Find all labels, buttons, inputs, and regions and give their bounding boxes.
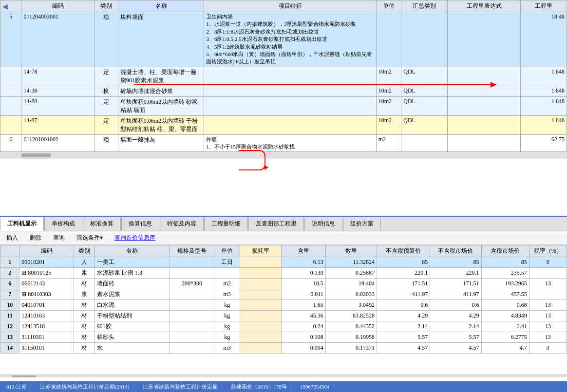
cell-name: 砖墙内墙抹混合砂浆 bbox=[118, 86, 204, 96]
bottom-scrollbar-thumb[interactable] bbox=[12, 375, 36, 378]
cell-feature bbox=[204, 115, 376, 134]
table-row[interactable]: 1004010701材白水泥kg1.653.04920.60.60.6813 bbox=[0, 300, 567, 311]
tab-tezhengJiNeirong[interactable]: 特征及内容 bbox=[160, 217, 204, 231]
col-header-summary: 汇总类别 bbox=[401, 0, 448, 12]
bottom-table-cell: 12410163 bbox=[19, 311, 74, 321]
table-row[interactable]: 6 011201001002 项 墙面一般抹灰 外墙 1、不小于15厚聚合物水泥… bbox=[0, 134, 567, 151]
bottom-table-cell: 0.02033 bbox=[325, 289, 377, 300]
col-header-qty: 工程里 bbox=[520, 0, 567, 12]
cell-summary: QDL bbox=[401, 96, 448, 115]
bottom-table-cell: kg bbox=[214, 332, 240, 343]
status-item-4: 苏建函价〔2019〕178号 bbox=[227, 383, 292, 391]
tab-shuomingxinxi[interactable]: 说明信息 bbox=[304, 217, 342, 231]
bottom-table-cell: 2.14 bbox=[430, 321, 481, 332]
table-row[interactable]: 1112410163材干粉型粘结剂kg45.3683.825284.294.29… bbox=[0, 311, 567, 321]
tab-gongchenglimingxi[interactable]: 工程量明细 bbox=[204, 217, 248, 231]
bottom-table-cell bbox=[170, 268, 214, 279]
bottom-table-cell: 220.1 bbox=[430, 268, 481, 279]
bottom-table-cell: 171.51 bbox=[377, 279, 430, 289]
bottom-table-cell bbox=[529, 268, 567, 279]
tab-gongliaojiDisplay[interactable]: 工料机显示 bbox=[0, 217, 44, 231]
cell-qty: 18.48 bbox=[520, 12, 567, 67]
bottom-table-cell: 0.094 bbox=[281, 343, 325, 354]
table-row[interactable]: 7⊞ 80110303浆素水泥浆m30.0110.02033411.97411.… bbox=[0, 289, 567, 300]
tab-danjiaeGoucheng[interactable]: 单价构成 bbox=[44, 217, 82, 231]
bottom-scrollbar[interactable] bbox=[0, 374, 567, 377]
query-db-link[interactable]: 查询造价信息库 bbox=[114, 234, 155, 242]
cell-seq bbox=[0, 67, 21, 86]
table-row[interactable]: 14-78 定 混凝土墙、柱、梁面每增一遍 刷901胶素水泥浆 10m2 QDL… bbox=[0, 67, 567, 86]
bottom-table-cell: 235.57 bbox=[481, 268, 529, 279]
tab-fuchatuXing[interactable]: 反查图形工程里 bbox=[248, 217, 304, 231]
bottom-table-cell: 7 bbox=[0, 289, 19, 300]
table-header-row: 编码 类别 名称 项目特征 单位 汇总类别 工程里表达式 工程里 bbox=[0, 0, 567, 12]
table-row[interactable]: 2⊞ 80010125浆水泥砂浆 比例 1:30.1390.25687220.1… bbox=[0, 268, 567, 279]
bottom-table-cell: 901胶 bbox=[94, 321, 170, 332]
bottom-table-cell: 0.24 bbox=[281, 321, 325, 332]
bottom-table-cell: ⊞ 80110303 bbox=[19, 289, 74, 300]
bottom-table-cell: 31150101 bbox=[19, 343, 74, 354]
cell-qty: 1.848 bbox=[520, 86, 567, 96]
filter-button[interactable]: 筛选条件▾ bbox=[73, 233, 107, 243]
insert-button[interactable]: 插入 bbox=[2, 233, 22, 243]
table-row[interactable]: 606612143材墙面砖200*300m210.519.404171.5117… bbox=[0, 279, 567, 289]
table-row[interactable]: 14-80 定 单块面积0.06m2以内墙砖 砂浆粘贴 墙面 10m2 QDL … bbox=[0, 96, 567, 115]
bottom-table-cell: 12 bbox=[0, 321, 19, 332]
bottom-table-cell: 白水泥 bbox=[94, 300, 170, 311]
cell-expr bbox=[448, 96, 520, 115]
cell-summary: QDL bbox=[401, 86, 448, 96]
table-row[interactable]: 100010201人一类工工日6.1311.328248585850 bbox=[0, 257, 567, 268]
bottom-table-cell: 45.36 bbox=[281, 311, 325, 321]
query-button[interactable]: 查询 bbox=[49, 233, 69, 243]
bottom-table-cell: 4.29 bbox=[430, 311, 481, 321]
top-scrollbar[interactable] bbox=[0, 152, 567, 159]
bottom-table-cell: 水泥砂浆 比例 1:3 bbox=[94, 268, 170, 279]
tab-zujiafangan[interactable]: 组价方案 bbox=[343, 217, 381, 231]
bottom-table-cell: 0.6 bbox=[430, 300, 481, 311]
red-arrow-annotation-1 bbox=[134, 84, 496, 85]
bottom-table: 编码 类别 名称 规格及型号 单位 损耗率 含里 数里 不含税预算价 不含税市场… bbox=[0, 245, 567, 354]
bottom-table-cell: 13 bbox=[529, 321, 567, 332]
cell-unit bbox=[376, 12, 401, 67]
table-row[interactable]: 5 011204003001 项 块料墙面 卫生间内墙 1、水泥浆一道（内掺建筑… bbox=[0, 12, 567, 67]
bottom-table-cell: 3 bbox=[529, 343, 567, 354]
bottom-table-cell: 0.17371 bbox=[325, 343, 377, 354]
table-row[interactable]: 14-87 定 单块面积0.06m2以内墙砖 干粉型粘结剂粘贴 柱、梁、零星面 … bbox=[0, 115, 567, 134]
bottom-table-cell bbox=[170, 321, 214, 332]
bottom-table-cell: 材 bbox=[74, 311, 94, 321]
delete-button[interactable]: 删除 bbox=[26, 233, 45, 243]
col-unit-h: 单位 bbox=[214, 245, 240, 257]
bottom-table-cell: 棉纱头 bbox=[94, 332, 170, 343]
bottom-table-cell bbox=[170, 300, 214, 311]
table-row[interactable]: 1331110301材棉纱头kg0.1080.199585.575.576.27… bbox=[0, 332, 567, 343]
bottom-table-cell: 6.2775 bbox=[481, 332, 529, 343]
cell-feature: 外墙 1、不小于15厚聚合物水泥防水砂浆找 bbox=[204, 134, 376, 151]
cell-seq: 5 bbox=[0, 12, 21, 67]
scrollbar-thumb[interactable] bbox=[21, 153, 51, 157]
bottom-table-cell: 0.44352 bbox=[325, 321, 377, 332]
col-header-name: 名称 bbox=[118, 0, 204, 12]
cell-code: 14-80 bbox=[21, 96, 94, 115]
back-button[interactable]: ◀ bbox=[2, 2, 8, 11]
col-不含税预算价-h: 不含税预算价 bbox=[377, 245, 430, 257]
col-税率-h: 税率（%） bbox=[529, 245, 567, 257]
cell-expr bbox=[448, 115, 520, 134]
table-row[interactable]: 14-38 换 砖墙内墙抹混合砂浆 10m2 QDL 1.848 bbox=[0, 86, 567, 96]
cell-expr bbox=[448, 67, 520, 86]
tab-suansuanxinxi[interactable]: 换算信息 bbox=[121, 217, 159, 231]
bottom-table-cell: 13 bbox=[529, 311, 567, 321]
tab-biaozhunsuansuan[interactable]: 标准换算 bbox=[83, 217, 121, 231]
status-item-3: 江苏省建筑与装饰工程计价定额 bbox=[139, 383, 222, 391]
cell-summary bbox=[401, 12, 448, 67]
bottom-table-cell: 6.13 bbox=[281, 257, 325, 268]
cell-name: 墙面一般抹灰 bbox=[118, 134, 204, 151]
cell-type: 项 bbox=[94, 12, 118, 67]
col-header-type: 类别 bbox=[94, 0, 118, 12]
col-lossrate-h: 损耗率 bbox=[240, 245, 281, 257]
bottom-table-cell bbox=[170, 332, 214, 343]
table-row[interactable]: 1431150101材水m30.0940.173714.574.574.73 bbox=[0, 343, 567, 354]
top-section: ◀ 编码 类别 名称 项目特征 单位 汇总类别 bbox=[0, 0, 567, 217]
cell-summary bbox=[401, 134, 448, 151]
table-row[interactable]: 1212413518材901胶kg0.240.443522.142.142.41… bbox=[0, 321, 567, 332]
cell-qty: 1.848 bbox=[520, 67, 567, 86]
